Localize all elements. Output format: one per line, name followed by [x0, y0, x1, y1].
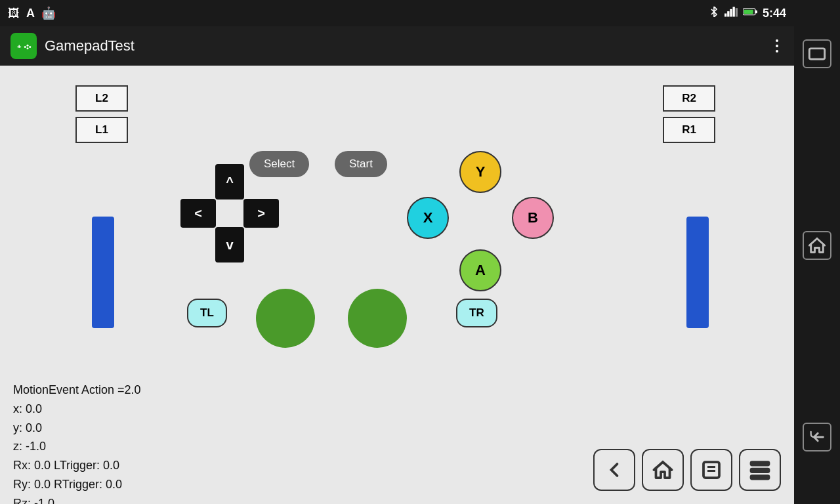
svg-point-12	[29, 46, 31, 48]
back-nav-button[interactable]	[593, 449, 635, 491]
tr-button[interactable]: TR	[456, 299, 497, 327]
svg-rect-4	[736, 8, 738, 16]
svg-rect-1	[727, 11, 729, 16]
a-button[interactable]: A	[459, 249, 501, 291]
l1-button[interactable]: L1	[75, 117, 128, 143]
dpad-left-arrow: <	[194, 206, 202, 221]
app-title: GamepadTest	[45, 37, 770, 54]
overflow-menu-button[interactable]	[770, 34, 784, 58]
status-left-icons: 🖼 A 🤖	[8, 6, 56, 20]
ry-rtrigger-line: Ry: 0.0 RTrigger: 0.0	[13, 475, 141, 494]
l2-button[interactable]: L2	[75, 85, 128, 112]
battery-icon	[743, 7, 757, 19]
photo-icon: 🖼	[8, 7, 20, 20]
svg-rect-3	[732, 7, 734, 17]
status-right-icons: 5:44	[709, 7, 786, 20]
x-value-line: x: 0.0	[13, 400, 141, 419]
app-icon	[10, 33, 37, 59]
svg-rect-20	[751, 476, 769, 479]
dpad-right-button[interactable]: >	[243, 199, 279, 228]
r2-button[interactable]: R2	[663, 85, 715, 112]
right-trigger-slider	[686, 217, 709, 328]
start-button[interactable]: Start	[335, 151, 387, 177]
dpad-left-button[interactable]: <	[180, 199, 216, 228]
right-shoulder-group: R2 R1	[663, 85, 715, 143]
dpad-down-button[interactable]: v	[215, 227, 244, 262]
svg-rect-18	[751, 462, 769, 465]
sidebar-recent-button[interactable]	[803, 39, 831, 68]
y-button[interactable]: Y	[459, 151, 501, 193]
svg-rect-19	[751, 469, 769, 472]
dpad-right-arrow: >	[257, 206, 265, 221]
signal-icon	[724, 7, 738, 20]
info-area: MotionEvent Action =2.0 x: 0.0 y: 0.0 z:…	[13, 381, 141, 504]
svg-rect-2	[730, 9, 732, 17]
recents-nav-button[interactable]	[690, 449, 732, 491]
svg-rect-6	[755, 10, 757, 14]
dpad-down-arrow: v	[226, 238, 233, 253]
status-bar: 🖼 A 🤖 5:44	[0, 0, 794, 26]
home-nav-button[interactable]	[642, 449, 684, 491]
svg-rect-8	[15, 42, 33, 50]
left-shoulder-group: L2 L1	[75, 85, 128, 143]
main-content: L2 L1 ^ < > v Select Start TL	[0, 66, 794, 504]
svg-point-11	[27, 45, 29, 47]
dpad-up-button[interactable]: ^	[215, 164, 244, 200]
select-button[interactable]: Select	[249, 151, 309, 177]
x-button[interactable]: X	[407, 197, 449, 239]
rx-ltrigger-line: Rx: 0.0 LTrigger: 0.0	[13, 456, 141, 475]
a-icon: A	[26, 7, 35, 20]
motion-event-line: MotionEvent Action =2.0	[13, 381, 141, 400]
b-button[interactable]: B	[512, 197, 554, 239]
rz-line: Rz: -1.0	[13, 494, 141, 504]
dpad-up-arrow: ^	[226, 175, 234, 190]
svg-rect-0	[724, 14, 726, 17]
left-analog-stick[interactable]	[256, 289, 315, 348]
bluetooth-icon	[709, 7, 719, 20]
time-display: 5:44	[763, 7, 786, 20]
right-analog-stick[interactable]	[348, 289, 407, 348]
tl-button[interactable]: TL	[187, 299, 227, 327]
nav-bar: GamepadTest	[0, 26, 794, 66]
bottom-nav-bar	[593, 449, 781, 491]
menu-nav-button[interactable]	[739, 449, 781, 491]
svg-rect-21	[809, 49, 824, 59]
svg-rect-7	[744, 10, 753, 14]
r1-button[interactable]: R1	[663, 117, 715, 143]
robot-icon: 🤖	[41, 6, 56, 20]
svg-point-14	[24, 46, 26, 48]
z-value-line: z: -1.0	[13, 437, 141, 456]
dpad: ^ < > v	[180, 164, 279, 262]
svg-rect-10	[17, 47, 21, 48]
right-sidebar	[794, 0, 840, 504]
y-value-line: y: 0.0	[13, 419, 141, 438]
gamepad-area: L2 L1 ^ < > v Select Start TL	[0, 66, 794, 381]
sidebar-back-button[interactable]	[803, 423, 831, 452]
sidebar-home-button[interactable]	[803, 231, 831, 260]
svg-point-13	[27, 47, 29, 49]
left-trigger-slider	[92, 217, 114, 328]
